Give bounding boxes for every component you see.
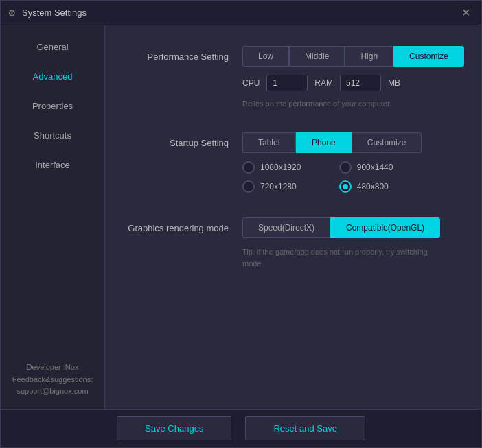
performance-high-btn[interactable]: High xyxy=(345,46,393,67)
performance-label: Performance Setting xyxy=(126,46,229,62)
radio-circle-1080x1920 xyxy=(242,161,255,174)
cpu-ram-inputs: CPU RAM MB xyxy=(242,75,464,91)
sidebar-footer: Developer :Nox Feedback&suggestions: sup… xyxy=(1,351,104,409)
cpu-input[interactable] xyxy=(266,75,308,91)
radio-circle-900x1440 xyxy=(339,161,352,174)
performance-controls: Low Middle High Customize CPU RAM MB Rel… xyxy=(242,46,464,108)
resolution-1080x1920[interactable]: 1080x1920 xyxy=(242,161,325,174)
startup-tablet-btn[interactable]: Tablet xyxy=(242,132,296,153)
startup-controls: Tablet Phone Customize 1080x1920 900x144… xyxy=(242,132,422,193)
resolution-label-1080x1920: 1080x1920 xyxy=(260,163,301,172)
resolution-grid: 1080x1920 900x1440 720x1280 480x800 xyxy=(242,161,422,193)
save-changes-button[interactable]: Save Changes xyxy=(117,416,231,440)
ram-label: RAM xyxy=(314,78,333,88)
system-settings-window: ⚙ System Settings ✕ General Advanced Pro… xyxy=(0,0,482,448)
gear-icon: ⚙ xyxy=(8,8,16,19)
startup-section: Startup Setting Tablet Phone Customize 1… xyxy=(126,132,461,193)
startup-phone-btn[interactable]: Phone xyxy=(296,132,352,153)
performance-hint: Relies on the performance of your comput… xyxy=(242,99,464,108)
performance-low-btn[interactable]: Low xyxy=(242,46,289,67)
resolution-480x800[interactable]: 480x800 xyxy=(339,180,422,193)
performance-customize-btn[interactable]: Customize xyxy=(393,46,464,67)
sidebar-item-interface[interactable]: Interface xyxy=(1,150,104,180)
startup-label: Startup Setting xyxy=(126,132,229,148)
close-button[interactable]: ✕ xyxy=(457,5,474,21)
startup-btn-group: Tablet Phone Customize xyxy=(242,132,422,153)
cpu-label: CPU xyxy=(242,78,260,88)
graphics-tip: Tip: if the game/app does not run proper… xyxy=(242,246,448,269)
sidebar-item-properties[interactable]: Properties xyxy=(1,91,104,121)
feedback-text: Feedback&suggestions: xyxy=(9,374,96,386)
resolution-900x1440[interactable]: 900x1440 xyxy=(339,161,422,174)
resolution-720x1280[interactable]: 720x1280 xyxy=(242,180,325,193)
ram-unit: MB xyxy=(388,78,400,88)
content-area: General Advanced Properties Shortcuts In… xyxy=(1,25,481,409)
graphics-controls: Speed(DirectX) Compatible(OpenGL) Tip: i… xyxy=(242,217,448,269)
graphics-directx-btn[interactable]: Speed(DirectX) xyxy=(242,217,330,238)
graphics-btn-group: Speed(DirectX) Compatible(OpenGL) xyxy=(242,217,448,238)
sidebar: General Advanced Properties Shortcuts In… xyxy=(1,25,105,409)
startup-customize-btn[interactable]: Customize xyxy=(352,132,422,153)
graphics-label: Graphics rendering mode xyxy=(126,217,229,233)
window-title: System Settings xyxy=(22,8,457,18)
sidebar-item-general[interactable]: General xyxy=(1,32,104,62)
sidebar-item-advanced[interactable]: Advanced xyxy=(1,62,104,91)
footer: Save Changes Reset and Save xyxy=(1,409,481,447)
performance-middle-btn[interactable]: Middle xyxy=(289,46,345,67)
sidebar-item-shortcuts[interactable]: Shortcuts xyxy=(1,121,104,150)
support-email: support@bignox.com xyxy=(9,386,96,398)
ram-input[interactable] xyxy=(340,75,381,91)
reset-save-button[interactable]: Reset and Save xyxy=(245,416,365,440)
graphics-section: Graphics rendering mode Speed(DirectX) C… xyxy=(126,217,461,269)
graphics-opengl-btn[interactable]: Compatible(OpenGL) xyxy=(330,217,440,238)
resolution-label-480x800: 480x800 xyxy=(357,182,389,191)
performance-btn-group: Low Middle High Customize xyxy=(242,46,464,67)
resolution-label-900x1440: 900x1440 xyxy=(357,163,393,172)
main-content: Performance Setting Low Middle High Cust… xyxy=(105,25,481,409)
radio-circle-720x1280 xyxy=(242,180,255,193)
titlebar: ⚙ System Settings ✕ xyxy=(1,1,481,25)
developer-text: Developer :Nox xyxy=(9,362,96,374)
radio-circle-480x800 xyxy=(339,180,352,193)
resolution-label-720x1280: 720x1280 xyxy=(260,182,297,191)
performance-section: Performance Setting Low Middle High Cust… xyxy=(126,46,461,108)
